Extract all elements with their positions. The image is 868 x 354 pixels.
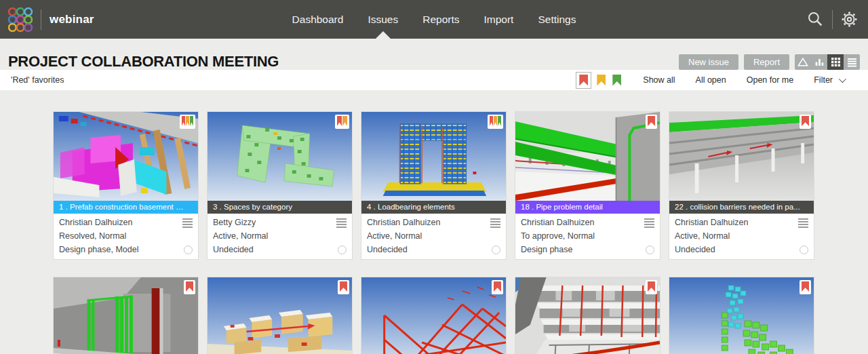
search-icon[interactable] — [806, 10, 825, 28]
red-bookmark-ribbon — [802, 281, 809, 292]
nav-icon-divider — [832, 10, 833, 29]
brand[interactable]: webinar — [8, 0, 94, 39]
status-circle-icon[interactable] — [338, 245, 347, 254]
bookmark-green-button[interactable] — [611, 73, 623, 87]
issue-phase: Design phase, Model — [59, 245, 138, 254]
status-circle-icon[interactable] — [492, 245, 500, 254]
nav-item-settings[interactable]: Settings — [538, 0, 576, 39]
grid-icon — [831, 57, 841, 67]
view-list-button[interactable] — [844, 54, 860, 70]
issue-status: Active, Normal — [675, 231, 730, 241]
chevron-down-icon — [839, 75, 846, 83]
filter-bar-right: Show all All open Open for me Filter — [576, 72, 844, 89]
bookmark-badge — [338, 280, 349, 294]
brand-divider — [41, 9, 41, 30]
page-header: PROJECT COLLABORATION MEETING New issue … — [0, 39, 868, 70]
new-issue-button[interactable]: New issue — [679, 54, 738, 70]
green-bookmark-ribbon — [190, 116, 193, 126]
status-circle-icon[interactable] — [184, 245, 193, 254]
issue-author: Christian Dalhuizen — [675, 218, 748, 227]
issue-card[interactable]: 1 . Prefab construction basement … Chris… — [53, 111, 199, 260]
issue-card[interactable] — [361, 277, 507, 354]
issue-card[interactable] — [207, 277, 353, 354]
bookmark-badge — [800, 280, 811, 294]
bookmark-filter-group — [576, 72, 623, 89]
green-bookmark-ribbon — [498, 116, 501, 126]
status-circle-icon[interactable] — [800, 245, 808, 254]
menu-icon[interactable] — [182, 218, 193, 228]
issue-status: Active, Normal — [367, 231, 422, 241]
issue-title[interactable]: 22 . collision barriers needed in pa... — [669, 201, 814, 214]
all-open-link[interactable]: All open — [696, 75, 726, 85]
issue-card[interactable]: 3 . Spaces by category Betty Gizzy Activ… — [207, 111, 353, 260]
issue-thumbnail[interactable] — [515, 277, 660, 354]
issue-author: Christian Dalhuizen — [59, 218, 132, 227]
show-all-link[interactable]: Show all — [643, 75, 675, 85]
issue-status: To approve, Normal — [521, 231, 595, 241]
menu-icon[interactable] — [336, 218, 347, 228]
nav-item-reports[interactable]: Reports — [422, 0, 459, 39]
view-grid-button[interactable] — [827, 54, 844, 70]
report-button[interactable]: Report — [744, 54, 789, 70]
open-for-me-link[interactable]: Open for me — [747, 75, 793, 85]
thumbnail-art-pipe-problem — [515, 112, 660, 201]
issue-card[interactable]: 4 . Loadbearing elements Christian Dalhu… — [361, 111, 507, 260]
issue-thumbnail[interactable] — [515, 112, 660, 201]
red-bookmark-ribbon — [802, 116, 809, 126]
bookmark-yellow-button[interactable] — [595, 73, 607, 87]
view-barchart-button[interactable] — [811, 54, 827, 70]
issue-thumbnail[interactable] — [361, 112, 506, 201]
menu-icon[interactable] — [644, 218, 654, 228]
orange-bookmark-ribbon — [186, 116, 189, 126]
issue-thumbnail[interactable] — [361, 277, 506, 354]
issue-card[interactable] — [53, 277, 199, 354]
issue-thumbnail[interactable] — [54, 112, 198, 201]
issue-title[interactable]: 3 . Spaces by category — [208, 201, 352, 214]
bookmark-badge — [646, 115, 657, 129]
issue-card[interactable] — [515, 277, 660, 354]
red-bookmark-ribbon — [337, 116, 342, 126]
issue-card[interactable]: 22 . collision barriers needed in pa... … — [669, 111, 814, 260]
bookmark-badge — [335, 115, 349, 129]
red-bookmark-ribbon — [579, 75, 588, 86]
favorites-label: 'Red' favorites — [11, 75, 64, 85]
thumbnail-art-yellow-masses — [208, 277, 352, 354]
filter-bar: 'Red' favorites Show all All open Open f… — [0, 70, 868, 90]
issue-phase: Design phase — [521, 245, 572, 254]
nav-item-issues[interactable]: Issues — [368, 0, 398, 39]
bar-chart-icon — [814, 57, 825, 67]
nav-item-import[interactable]: Import — [484, 0, 513, 39]
issue-thumbnail[interactable] — [54, 277, 198, 354]
issue-thumbnail[interactable] — [669, 112, 814, 201]
menu-icon[interactable] — [490, 218, 500, 228]
issue-title[interactable]: 4 . Loadbearing elements — [361, 201, 506, 214]
gear-icon[interactable] — [840, 10, 859, 28]
triangle-icon — [798, 58, 807, 66]
issue-phase: Undecided — [367, 245, 408, 254]
issue-meta: Christian Dalhuizen Active, Normal Undec… — [361, 214, 506, 259]
top-nav: webinar Dashboard Issues Reports Import … — [0, 0, 868, 39]
issue-phase: Undecided — [675, 245, 715, 254]
menu-icon[interactable] — [798, 218, 808, 228]
issue-title[interactable]: 18 . Pipe problem detail — [515, 201, 660, 214]
orange-bookmark-ribbon — [342, 116, 347, 126]
view-triangle-button[interactable] — [795, 54, 811, 70]
thumbnail-art-spaces — [208, 112, 352, 201]
green-bookmark-ribbon — [612, 75, 621, 86]
app-logo-icon — [8, 7, 33, 32]
orange-bookmark-ribbon — [494, 116, 497, 126]
header-actions: New issue Report — [679, 54, 860, 70]
issue-meta: Christian Dalhuizen Resolved, Normal Des… — [54, 214, 198, 259]
status-circle-icon[interactable] — [646, 245, 654, 254]
issue-thumbnail[interactable] — [208, 112, 352, 201]
nav-right — [806, 0, 859, 39]
issue-thumbnail[interactable] — [208, 277, 352, 354]
bookmark-red-button[interactable] — [576, 72, 591, 89]
issue-card[interactable]: 18 . Pipe problem detail Christian Dalhu… — [515, 111, 660, 260]
issue-title[interactable]: 1 . Prefab construction basement … — [54, 201, 198, 214]
nav-item-dashboard[interactable]: Dashboard — [292, 0, 344, 39]
issue-thumbnail[interactable] — [669, 277, 814, 354]
bookmark-badge — [488, 115, 503, 129]
issue-card[interactable] — [669, 277, 814, 354]
filter-dropdown[interactable]: Filter — [814, 75, 844, 85]
